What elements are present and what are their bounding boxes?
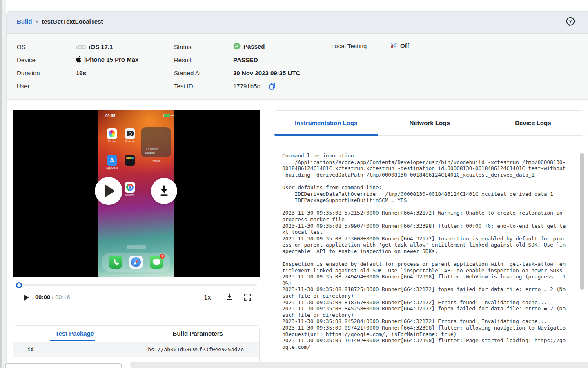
page-title: testGetTextLocalTest [42,18,103,25]
help-question-bubble-icon: ? [565,16,576,28]
phone-dock: 1 [102,253,170,272]
video-download-button[interactable] [225,293,234,301]
copy-icon[interactable] [269,83,276,90]
total-duration: 00:16 [55,294,70,301]
row-key: id [27,346,34,352]
video-time-display: 00:00 / 00:16 [35,294,70,301]
messages-app-icon: 1 [150,256,163,269]
video-progress-track[interactable] [19,284,257,286]
breadcrumb: Build › testGetTextLocalTest [17,18,103,25]
row-value: bs://ab001d58695f23f0ee925ad7e [148,346,244,352]
logs-tabbar: Instrumentation Logs Network Logs Device… [274,110,585,136]
download-icon [158,185,170,197]
breadcrumb-build-link[interactable]: Build [17,18,32,25]
page-content: Build › testGetTextLocalTest ? OS Device… [6,11,588,368]
meta-value-started-at: 30 Nov 2023 09:35 UTC [233,70,300,76]
camera-app-icon [125,128,135,139]
meta-label-device: Device [17,56,36,63]
playback-speed-button[interactable]: 1x [204,294,211,301]
photos-app-icon [107,128,117,139]
meta-value-test-id: 17791b5c… [233,83,266,90]
meta-label-result: Result [174,56,192,63]
time-separator: / [50,294,55,301]
phone-clock: 09:35 [105,113,115,118]
apple-logo-icon [76,56,81,63]
app-label: Chrome [122,193,138,196]
fullscreen-button[interactable] [244,293,252,301]
instrumentation-log-text: Command line invocation: /Applications/X… [282,153,567,350]
left-gutter [2,0,6,368]
tab-device-logs[interactable]: Device Logs [481,111,585,135]
notification-badge: 1 [160,254,165,259]
photos-widget: See photos available [141,127,171,157]
safari-app-icon [129,256,143,269]
ios-logo-icon: iOS [76,43,86,50]
meta-label-test-id: Test ID [174,83,193,90]
video-play-button[interactable] [24,294,29,301]
chevron-right-icon: › [36,18,38,25]
video-progress-knob[interactable] [16,282,22,288]
app-label: Photos [104,140,120,143]
app-store-app-icon: A [107,155,117,166]
table-row: id bs://ab001d58695f23f0ee925ad7e [13,342,259,357]
meta-value-duration: 16s [76,70,86,76]
meta-value-os: iOS 17.1 [89,43,113,50]
meta-label-os: OS [17,43,26,50]
meta-divider [7,99,588,100]
package-tabs: Test Package Build Parameters [13,326,259,341]
phone-battery-icon [164,114,170,117]
play-triangle-icon [105,185,115,197]
video-player[interactable]: 09:35 Photos Camera See photos available… [13,110,260,277]
breadcrumb-bar: Build › testGetTextLocalTest ? [7,12,588,33]
spotlight-search-pill [127,245,146,249]
app-label: App Store [102,166,121,169]
widget-label: Photos [141,159,171,162]
video-play-overlay-button[interactable] [95,177,122,205]
widget-text: See photos [145,148,158,150]
local-testing-value: Off [400,42,409,49]
meta-label-status: Status [174,43,192,50]
meta-label-started-at: Started At [174,70,201,76]
fullscreen-icon [244,293,252,301]
download-icon [225,293,234,301]
bottom-scrollbar-thumb-left[interactable] [5,363,122,368]
svg-text:?: ? [569,19,572,24]
bottom-scrollbar-track-right[interactable] [130,362,588,368]
active-tab-underline [50,340,95,341]
meta-label-duration: Duration [17,70,40,76]
meta-panel: OS Device Duration User iOS iOS 17.1 iPh… [7,33,588,99]
chrome-app-icon [125,182,135,193]
tab-instrumentation-logs[interactable]: Instrumentation Logs [274,111,378,135]
meta-label-user: User [17,83,30,90]
tab-build-parameters[interactable]: Build Parameters [136,326,260,341]
check-circle-icon [233,43,241,50]
meta-value-device: iPhone 15 Pro Max [84,56,138,63]
app-root: Build › testGetTextLocalTest ? OS Device… [0,0,588,368]
local-testing-icon [390,42,397,49]
tab-test-package[interactable]: Test Package [13,326,136,341]
phone-app-icon [109,256,122,269]
status-badge: Passed [243,43,265,50]
tab-network-logs[interactable]: Network Logs [378,111,481,135]
app-label: Camera [122,140,138,143]
meta-value-result: PASSED [233,56,258,63]
help-button[interactable]: ? [565,16,576,28]
logs-scrollbar-thumb[interactable] [580,153,584,290]
webview-app-icon [125,155,135,166]
meta-label-local-testing: Local Testing [331,43,367,49]
current-time: 00:00 [35,294,50,301]
widget-text: available [145,151,155,154]
video-download-overlay-button[interactable] [151,178,177,204]
